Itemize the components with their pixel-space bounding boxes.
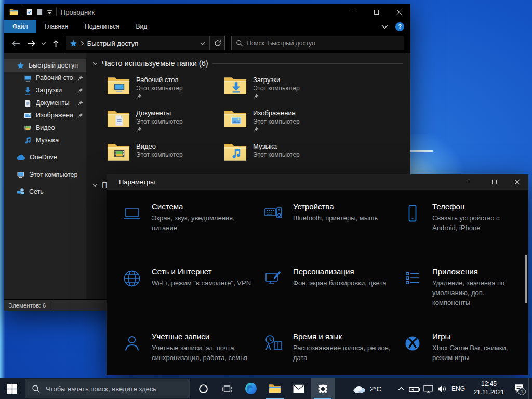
help-icon[interactable]: ? xyxy=(395,22,404,31)
cortana-icon xyxy=(198,384,208,394)
weather-widget[interactable]: 2°C xyxy=(352,384,381,393)
sidebar-item-6[interactable]: Музыка xyxy=(4,134,86,147)
sidebar-item-8[interactable]: Этот компьютер xyxy=(4,168,86,181)
start-button[interactable] xyxy=(0,378,24,399)
customize-quick-access-icon[interactable] xyxy=(47,10,52,15)
minimize-button[interactable] xyxy=(342,4,365,20)
frequent-folder-tile-4[interactable]: ВидеоЭтот компьютер xyxy=(107,142,224,176)
address-dropdown-icon[interactable] xyxy=(200,42,205,45)
mail-button[interactable] xyxy=(287,378,311,399)
maximize-button[interactable] xyxy=(365,4,388,20)
settings-tile-title: Игры xyxy=(432,332,518,341)
back-icon[interactable] xyxy=(10,37,22,49)
action-center-button[interactable]: 1 xyxy=(510,378,528,399)
accounts-icon xyxy=(121,332,143,354)
cortana-button[interactable] xyxy=(191,378,215,399)
up-icon[interactable] xyxy=(50,37,62,49)
close-button[interactable] xyxy=(506,174,528,190)
folder-tile-text: ЗагрузкиЭтот компьютер xyxy=(253,76,300,101)
settings-tile-4[interactable]: ПерсонализацияФон, экран блокировки, цве… xyxy=(262,267,402,332)
forward-icon[interactable] xyxy=(26,37,37,49)
scrollbar-thumb[interactable] xyxy=(525,255,527,303)
tray-overflow-button[interactable] xyxy=(394,378,408,399)
frequent-folder-tile-1[interactable]: ЗагрузкиЭтот компьютер xyxy=(224,76,341,109)
download-icon xyxy=(24,87,32,95)
quick-access-star-icon xyxy=(70,39,77,47)
folder-download-icon xyxy=(224,76,247,95)
network-status-button[interactable] xyxy=(421,378,435,399)
search-icon xyxy=(236,39,243,47)
cloud-icon xyxy=(17,154,25,161)
chevron-up-icon xyxy=(398,387,404,391)
sidebar-item-0[interactable]: Быстрый доступ xyxy=(4,59,86,72)
explorer-titlebar: Проводник xyxy=(4,4,410,20)
settings-tile-subtitle: Wi-Fi, режим "в самолете", VPN xyxy=(152,278,251,288)
tab-home[interactable]: Главная xyxy=(36,20,77,33)
sidebar-item-4[interactable]: Изображения xyxy=(4,109,86,122)
language-indicator[interactable]: ENG xyxy=(448,385,468,392)
section-frequent-folders[interactable]: Часто используемые папки (6) xyxy=(92,59,403,68)
collapse-section-icon[interactable] xyxy=(92,62,98,65)
file-explorer-button[interactable] xyxy=(263,378,287,399)
frequent-folder-tile-3[interactable]: ИзображенияЭтот компьютер xyxy=(224,109,341,142)
folder-name: Музыка xyxy=(253,142,300,150)
volume-button[interactable] xyxy=(435,378,448,399)
address-bar[interactable]: Быстрый доступ xyxy=(66,36,225,50)
sidebar-item-9[interactable]: Сеть xyxy=(4,185,86,198)
personalization-icon xyxy=(262,267,284,289)
settings-tile-subtitle: Экран, звук, уведомления, питание xyxy=(152,214,258,233)
new-folder-icon[interactable] xyxy=(36,8,43,16)
breadcrumb-chevron-icon[interactable] xyxy=(81,41,84,46)
file-explorer-icon xyxy=(269,383,281,394)
network-icon xyxy=(17,188,25,196)
settings-tile-1[interactable]: УстройстваBluetooth, принтеры, мышь xyxy=(262,202,402,267)
maximize-button[interactable] xyxy=(483,174,506,190)
tab-view[interactable]: Вид xyxy=(127,20,155,33)
settings-tile-5[interactable]: ПриложенияУдаление, значения по умолчани… xyxy=(402,267,518,332)
settings-tile-title: Система xyxy=(152,202,258,211)
settings-tile-title: Устройства xyxy=(293,202,378,211)
clock[interactable]: 12:45 21.11.2021 xyxy=(468,380,510,396)
show-desktop-button[interactable] xyxy=(528,378,532,399)
task-view-button[interactable] xyxy=(215,378,239,399)
folder-video-icon xyxy=(107,142,130,162)
search-icon xyxy=(32,384,41,393)
edge-button[interactable] xyxy=(239,378,263,399)
sidebar-item-5[interactable]: Видео xyxy=(4,122,86,134)
sidebar-item-1[interactable]: Рабочий стол xyxy=(4,72,86,84)
sidebar-item-2[interactable]: Загрузки xyxy=(4,84,86,97)
sidebar-item-label: Изображения xyxy=(36,112,73,119)
close-button[interactable] xyxy=(388,4,410,20)
collapse-section-icon[interactable] xyxy=(92,183,98,187)
taskbar-search-input[interactable]: Чтобы начать поиск, введите здесь xyxy=(25,379,190,398)
explorer-search-input[interactable]: Поиск: Быстрый доступ xyxy=(231,36,404,50)
pin-icon xyxy=(77,113,83,118)
frequent-folder-tile-5[interactable]: МузыкаЭтот компьютер xyxy=(224,142,341,176)
star-icon xyxy=(17,62,24,70)
recent-locations-icon[interactable] xyxy=(41,42,46,45)
divider xyxy=(51,302,51,309)
sidebar-item-3[interactable]: Документы xyxy=(4,97,86,109)
settings-tile-0[interactable]: СистемаЭкран, звук, уведомления, питание xyxy=(121,202,262,267)
tab-share[interactable]: Поделиться xyxy=(76,20,127,33)
expand-ribbon-icon[interactable] xyxy=(381,24,388,29)
minimize-button[interactable] xyxy=(460,174,483,190)
frequent-folder-tile-2[interactable]: ДокументыЭтот компьютер xyxy=(107,109,224,142)
address-path[interactable]: Быстрый доступ xyxy=(87,39,197,47)
settings-button[interactable] xyxy=(311,378,335,399)
tab-file[interactable]: Файл xyxy=(4,20,36,33)
window-title: Параметры xyxy=(107,178,155,186)
pin-icon xyxy=(253,94,259,99)
refresh-icon[interactable] xyxy=(209,36,221,50)
music-icon xyxy=(24,137,32,144)
settings-tile-2[interactable]: ТелефонСвязать устройство с Android, iPh… xyxy=(402,202,518,267)
properties-icon[interactable] xyxy=(26,8,33,16)
folder-tile-text: ДокументыЭтот компьютер xyxy=(136,109,183,135)
settings-tile-text: ИгрыXbox Game Bar, снимки, режим игры xyxy=(432,332,518,363)
settings-tile-3[interactable]: Сеть и ИнтернетWi-Fi, режим "в самолете"… xyxy=(121,267,262,332)
time: 12:45 xyxy=(468,380,510,389)
pin-icon xyxy=(136,127,142,132)
power-status-button[interactable] xyxy=(408,378,421,399)
sidebar-item-7[interactable]: OneDrive xyxy=(4,151,86,164)
frequent-folder-tile-0[interactable]: Рабочий столЭтот компьютер xyxy=(107,76,224,109)
